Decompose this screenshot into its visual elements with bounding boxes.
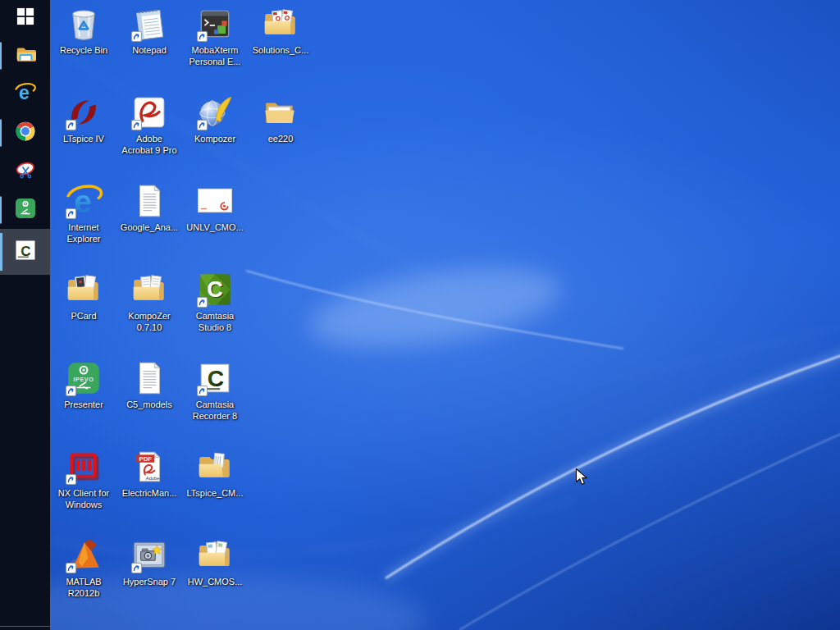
desktop-icon-label: Notepad: [116, 44, 182, 56]
desktop-icon-label: ee220: [248, 133, 313, 144]
desktop-icon-mobaxterm[interactable]: MobaXterm Personal E...: [182, 5, 248, 67]
chrome-icon: [15, 121, 36, 145]
matlab-icon: [65, 536, 103, 574]
taskbar-file-explorer[interactable]: [0, 36, 50, 75]
open-folder-icon: [262, 94, 299, 131]
desktop-icon-label: PCard: [51, 310, 116, 322]
desktop-icon-label: NX Client for Windows: [51, 487, 116, 510]
svg-text:PDF: PDF: [139, 455, 152, 463]
desktop-icon-electricman-pdf[interactable]: PDF Adobe ElectricMan...: [116, 448, 182, 499]
svg-text:C: C: [207, 276, 223, 302]
desktop-icon-label: Recycle Bin: [51, 44, 116, 56]
desktop-icon-label: Google_Ana...: [116, 221, 182, 233]
folder-documents-icon: [65, 271, 103, 308]
desktop-icon-solutions-folder[interactable]: Solutions_C...: [248, 5, 313, 56]
desktop-icon-label: LTspice_CM...: [182, 487, 248, 499]
desktop-icon-camtasia-recorder[interactable]: C Camtasia Recorder 8: [182, 359, 248, 422]
desktop-icon-ee220-folder[interactable]: ee220: [248, 94, 313, 144]
desktop-icon-google-ana-doc[interactable]: Google_Ana...: [116, 182, 182, 233]
desktop-icon-label: LTspice IV: [51, 133, 116, 144]
desktop-icon-label: Camtasia Recorder 8: [182, 399, 248, 422]
ipevo-presenter-icon: IPEVO: [65, 359, 103, 397]
desktop-icon-ltspice-cm-folder[interactable]: LTspice_CM...: [182, 448, 248, 499]
shortcut-arrow-icon: [197, 31, 208, 42]
desktop-icon-kompozer[interactable]: Kompozer: [182, 94, 248, 144]
desktop-icon-unlv-cmo-file[interactable]: UNLV_CMO...: [182, 182, 248, 233]
desktop-icon-label: Adobe Acrobat 9 Pro: [116, 133, 182, 156]
shortcut-arrow-icon: [131, 120, 142, 130]
desktop-icon-label: UNLV_CMO...: [182, 221, 248, 233]
desktop-icon-nx-client[interactable]: NX Client for Windows: [51, 448, 116, 510]
taskbar-internet-explorer[interactable]: e: [0, 75, 50, 113]
desktop-icon-kompozer-folder[interactable]: KompoZer 0.7.10: [116, 271, 182, 333]
desktop-icon-hypersnap[interactable]: HyperSnap 7: [116, 536, 182, 587]
mouse-cursor: [575, 468, 588, 486]
camtasia-icon: C: [15, 240, 36, 264]
desktop-icon-label: MobaXterm Personal E...: [182, 44, 248, 67]
desktop-icon-internet-explorer[interactable]: e Internet Explorer: [51, 182, 116, 244]
running-indicator: [0, 233, 2, 271]
shortcut-arrow-icon: [66, 120, 76, 130]
folder-documents-icon: [196, 536, 234, 574]
acrobat-icon: [130, 94, 168, 131]
desktop-icon-hw-cmos-folder[interactable]: HW_CMOS...: [182, 536, 248, 587]
svg-text:Adobe: Adobe: [146, 476, 160, 481]
nx-client-icon: [65, 448, 103, 486]
desktop-icon-label: HyperSnap 7: [116, 576, 182, 587]
desktop-icon-label: HW_CMOS...: [182, 576, 248, 587]
kompozer-globe-feather-icon: [196, 94, 234, 131]
desktop-icon-label: MATLAB R2012b: [51, 576, 116, 599]
shortcut-arrow-icon: [131, 563, 142, 573]
notepad-icon: [130, 5, 168, 43]
desktop-icon-label: Solutions_C...: [248, 44, 313, 56]
taskbar-snipping-tool[interactable]: [0, 152, 50, 190]
taskbar-chrome[interactable]: [0, 113, 50, 152]
desktop-icon-presenter[interactable]: IPEVO Presenter: [51, 359, 116, 410]
desktop-icon-label: C5_models: [116, 399, 182, 410]
desktop-icon-c5-models-doc[interactable]: C5_models: [116, 359, 182, 410]
text-document-icon: [130, 182, 168, 220]
desktop-icon-matlab[interactable]: MATLAB R2012b: [51, 536, 116, 599]
svg-text:IPEVO: IPEVO: [74, 376, 94, 383]
windows-desktop: Recycle Bin Notepad: [0, 0, 840, 630]
running-indicator: [0, 119, 2, 146]
desktop-icon-camtasia-studio[interactable]: C C Camtasia Studio 8: [182, 271, 248, 333]
shortcut-arrow-icon: [66, 208, 76, 219]
camtasia-studio-icon: C C: [196, 271, 234, 308]
taskbar: e: [0, 0, 50, 630]
show-desktop-divider[interactable]: [0, 626, 50, 627]
shortcut-arrow-icon: [197, 297, 208, 308]
shortcut-arrow-icon: [131, 31, 142, 42]
desktop-icon-label: ElectricMan...: [116, 487, 182, 499]
taskbar-ipevo-presenter[interactable]: [0, 190, 50, 229]
mobaxterm-icon: [196, 5, 234, 43]
hypersnap-camera-icon: [130, 536, 168, 574]
desktop-icon-acrobat[interactable]: Adobe Acrobat 9 Pro: [116, 94, 182, 156]
folder-pdf-files-icon: [262, 5, 299, 43]
desktop-icon-ltspice[interactable]: LTspice IV: [51, 94, 116, 144]
desktop-icon-label: KompoZer 0.7.10: [116, 310, 182, 333]
file-explorer-icon: [15, 43, 36, 68]
running-indicator: [0, 42, 2, 69]
folder-document-icon: [196, 448, 234, 486]
recycle-bin-icon: [65, 5, 103, 43]
running-indicator: [0, 196, 2, 223]
desktop-icon-label: Internet Explorer: [51, 221, 116, 244]
desktop-icon-pcard-folder[interactable]: PCard: [51, 271, 116, 322]
folder-documents-icon: [130, 271, 168, 308]
camtasia-recorder-icon: C: [196, 359, 234, 397]
snipping-tool-icon: [15, 159, 36, 184]
desktop-icon-recycle-bin[interactable]: Recycle Bin: [51, 5, 116, 56]
shortcut-arrow-icon: [66, 474, 76, 485]
taskbar-camtasia[interactable]: C: [0, 229, 50, 275]
shortcut-arrow-icon: [197, 386, 208, 396]
start-button[interactable]: [0, 0, 50, 36]
svg-text:C: C: [208, 365, 224, 391]
desktop-icon-notepad[interactable]: Notepad: [116, 5, 182, 56]
pdf-document-icon: PDF Adobe: [130, 448, 168, 486]
windows-logo-icon: [16, 7, 34, 29]
ltspice-icon: [65, 94, 103, 131]
camtasia-project-file-icon: [196, 182, 234, 220]
desktop-icon-label: Kompozer: [182, 133, 248, 144]
desktop-icon-label: Presenter: [51, 399, 116, 410]
